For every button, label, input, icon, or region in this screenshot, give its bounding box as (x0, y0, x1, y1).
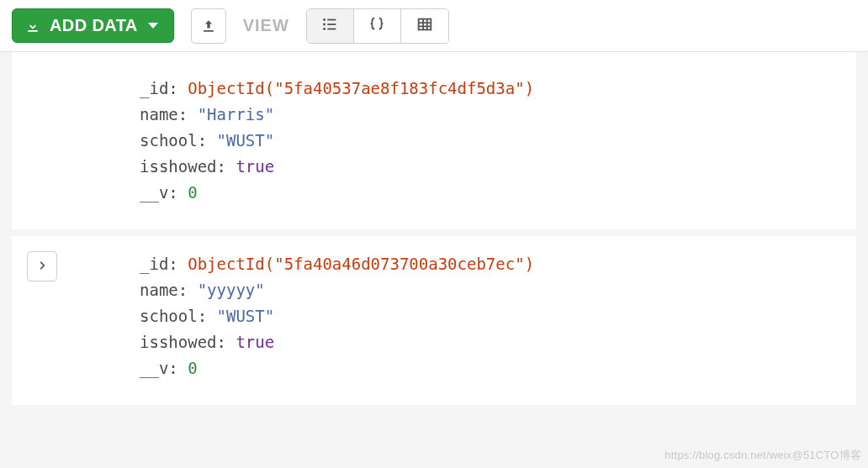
field-key: name (140, 105, 178, 124)
svg-rect-3 (328, 24, 336, 25)
document-list: _id: ObjectId("5fa40537ae8f183fc4df5d3a"… (0, 52, 868, 405)
table-icon (415, 15, 434, 37)
field-row: isshowed: true (140, 154, 534, 180)
view-label: VIEW (243, 16, 289, 35)
field-value: true (236, 333, 274, 351)
field-value: " (198, 105, 207, 124)
field-row: _id: ObjectId("5fa40537ae8f183fc4df5d3a"… (140, 76, 534, 102)
field-key: _id (140, 79, 168, 97)
chevron-right-icon (36, 260, 48, 274)
svg-rect-1 (328, 18, 336, 20)
svg-point-2 (323, 23, 326, 25)
field-key: __v (140, 359, 168, 377)
document-body[interactable]: _id: ObjectId("5fa40a46d073700a30ceb7ec"… (72, 251, 534, 381)
view-list-button[interactable] (307, 9, 354, 43)
field-value: " (198, 281, 207, 299)
field-key: school (140, 307, 198, 325)
field-row: _id: ObjectId("5fa40a46d073700a30ceb7ec"… (140, 251, 534, 277)
document-card: _id: ObjectId("5fa40537ae8f183fc4df5d3a"… (12, 52, 856, 229)
caret-down-icon (148, 23, 158, 29)
field-row: isshowed: true (140, 329, 534, 355)
view-section: VIEW (243, 8, 449, 44)
field-key: name (140, 281, 178, 299)
view-mode-group (306, 8, 449, 44)
field-row: school: "WUST" (140, 128, 534, 154)
svg-rect-5 (328, 28, 336, 29)
field-key: isshowed (140, 157, 217, 176)
field-key: _id (140, 255, 168, 273)
list-icon (320, 15, 339, 37)
add-data-label: ADD DATA (50, 16, 138, 35)
view-table-button[interactable] (401, 9, 448, 43)
expand-button[interactable] (27, 251, 57, 281)
download-icon (24, 18, 41, 34)
document-card: _id: ObjectId("5fa40a46d073700a30ceb7ec"… (12, 236, 856, 405)
field-row: school: "WUST" (140, 303, 534, 329)
field-value: ObjectId( (188, 255, 274, 273)
field-value: 0 (188, 183, 197, 202)
svg-point-0 (323, 18, 326, 21)
view-json-button[interactable] (354, 9, 401, 43)
toolbar: ADD DATA VIEW (0, 0, 868, 52)
field-value: ObjectId( (188, 79, 274, 97)
field-row: name: "Harris" (140, 102, 534, 128)
field-key: isshowed (140, 333, 217, 351)
field-row: name: "yyyyy" (140, 277, 534, 303)
watermark: https://blog.csdn.net/weix@51CTO博客 (664, 448, 861, 463)
field-key: __v (140, 183, 168, 202)
field-row: __v: 0 (140, 180, 534, 206)
document-body[interactable]: _id: ObjectId("5fa40537ae8f183fc4df5d3a"… (27, 76, 534, 206)
braces-icon (368, 15, 386, 37)
field-value: " (217, 307, 226, 325)
field-row: __v: 0 (140, 355, 534, 381)
upload-button[interactable] (191, 8, 226, 44)
field-value: " (217, 131, 226, 150)
svg-point-4 (323, 28, 326, 30)
add-data-button[interactable]: ADD DATA (12, 8, 174, 43)
svg-rect-6 (418, 18, 431, 29)
upload-icon (200, 18, 217, 34)
field-value: 0 (188, 359, 197, 377)
field-key: school (140, 131, 198, 150)
field-value: true (236, 157, 274, 176)
